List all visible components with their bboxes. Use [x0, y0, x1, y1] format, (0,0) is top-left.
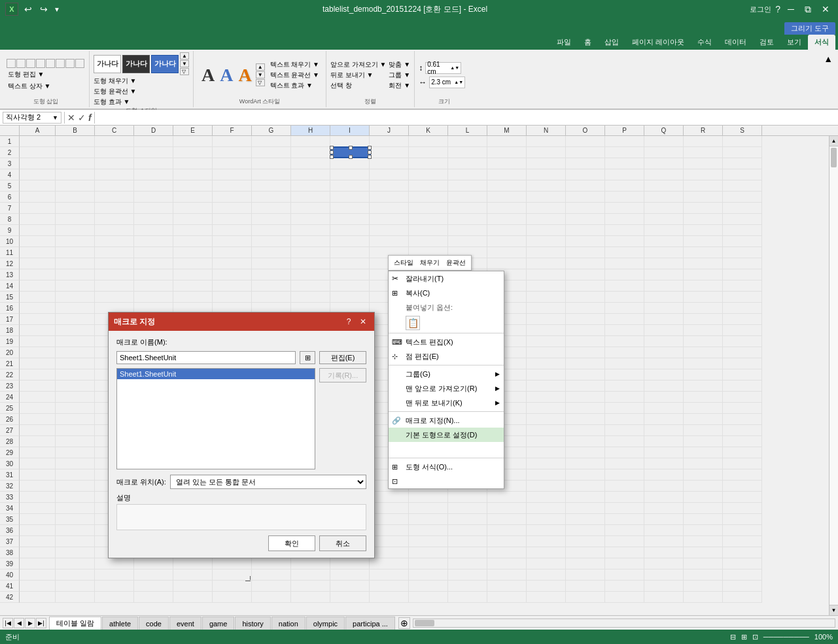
cell-Q33[interactable] — [644, 492, 684, 503]
cell-E11[interactable] — [173, 247, 213, 258]
row-num-16[interactable]: 16 — [0, 303, 20, 314]
cell-F2[interactable] — [213, 147, 252, 158]
sheet-tab-athlete[interactable]: athlete — [102, 617, 138, 630]
group-btn[interactable]: 그룹 ▼ — [389, 71, 410, 80]
cell-N1[interactable] — [527, 136, 566, 147]
wordart-a-orange[interactable]: A — [237, 65, 253, 86]
cell-R42[interactable] — [684, 592, 723, 603]
cell-N29[interactable] — [527, 447, 566, 458]
view-pagebreak-btn[interactable]: ⊞ — [741, 633, 747, 641]
row-num-4[interactable]: 4 — [0, 169, 20, 180]
cell-Q30[interactable] — [644, 458, 684, 469]
cell-P35[interactable] — [605, 514, 644, 525]
cell-L38[interactable] — [448, 547, 487, 558]
cell-Q24[interactable] — [644, 392, 684, 403]
cell-I5[interactable] — [330, 180, 370, 192]
cell-O17[interactable] — [566, 314, 605, 325]
add-sheet-btn[interactable]: ⊕ — [398, 617, 410, 629]
cell-N9[interactable] — [527, 225, 566, 236]
cell-P28[interactable] — [605, 436, 644, 447]
minimize-btn[interactable]: ─ — [784, 3, 797, 16]
cell-N7[interactable] — [527, 203, 566, 214]
macro-browse-btn[interactable]: ⊞ — [300, 351, 315, 364]
mini-style-btn[interactable]: 스타일 — [392, 258, 415, 268]
cell-B12[interactable] — [56, 258, 95, 269]
cell-S9[interactable] — [723, 225, 762, 236]
cell-P37[interactable] — [605, 536, 644, 547]
cell-A29[interactable] — [20, 447, 56, 458]
cell-N8[interactable] — [527, 214, 566, 225]
cell-A7[interactable] — [20, 203, 56, 214]
cell-S32[interactable] — [723, 481, 762, 492]
cell-S8[interactable] — [723, 214, 762, 225]
row-num-5[interactable]: 5 — [0, 180, 20, 192]
tab-review[interactable]: 검토 — [753, 35, 780, 50]
cell-O12[interactable] — [566, 258, 605, 269]
sheet-tab-olympic[interactable]: olympic — [306, 617, 345, 630]
cell-A13[interactable] — [20, 269, 56, 280]
cell-M42[interactable] — [487, 592, 527, 603]
cell-P20[interactable] — [605, 347, 644, 358]
cell-A6[interactable] — [20, 192, 56, 203]
row-num-13[interactable]: 13 — [0, 269, 20, 280]
cell-M11[interactable] — [487, 247, 527, 258]
row-num-18[interactable]: 18 — [0, 325, 20, 336]
cell-P27[interactable] — [605, 425, 644, 436]
cell-D10[interactable] — [134, 236, 173, 247]
wordart-scroll-down[interactable]: ▼ — [256, 71, 265, 78]
cell-J2[interactable] — [370, 147, 409, 158]
shape-tool-rect[interactable] — [7, 59, 16, 68]
col-header-n[interactable]: N — [527, 126, 566, 135]
cell-D7[interactable] — [134, 203, 173, 214]
row-num-12[interactable]: 12 — [0, 258, 20, 269]
col-header-g[interactable]: G — [252, 126, 291, 135]
cell-H39[interactable] — [291, 558, 330, 569]
row-num-27[interactable]: 27 — [0, 425, 20, 436]
cell-P36[interactable] — [605, 525, 644, 536]
cell-N22[interactable] — [527, 369, 566, 381]
text-effect-btn[interactable]: 텍스트 효과 ▼ — [270, 81, 319, 90]
cell-B36[interactable] — [56, 525, 95, 536]
cell-B10[interactable] — [56, 236, 95, 247]
cell-O9[interactable] — [566, 225, 605, 236]
cell-J34[interactable] — [370, 503, 409, 514]
cell-H11[interactable] — [291, 247, 330, 258]
cell-R1[interactable] — [684, 136, 723, 147]
view-pagelayout-btn[interactable]: ⊡ — [752, 633, 758, 641]
cell-C11[interactable] — [95, 247, 134, 258]
row-num-17[interactable]: 17 — [0, 314, 20, 325]
cell-H9[interactable] — [291, 225, 330, 236]
row-num-41[interactable]: 41 — [0, 581, 20, 592]
sheet-tab-nation[interactable]: nation — [271, 617, 306, 630]
cell-B37[interactable] — [56, 536, 95, 547]
cell-B9[interactable] — [56, 225, 95, 236]
row-num-9[interactable]: 9 — [0, 225, 20, 236]
cell-H12[interactable] — [291, 258, 330, 269]
cell-G11[interactable] — [252, 247, 291, 258]
cell-F13[interactable] — [213, 269, 252, 280]
cell-Q37[interactable] — [644, 536, 684, 547]
cell-P9[interactable] — [605, 225, 644, 236]
cell-R16[interactable] — [684, 303, 723, 314]
cell-J41[interactable] — [370, 581, 409, 592]
row-num-21[interactable]: 21 — [0, 358, 20, 369]
cell-R11[interactable] — [684, 247, 723, 258]
cell-R28[interactable] — [684, 436, 723, 447]
cell-I40[interactable] — [330, 569, 370, 581]
cell-R37[interactable] — [684, 536, 723, 547]
cell-Q28[interactable] — [644, 436, 684, 447]
style-scroll-down[interactable]: ▼ — [180, 60, 189, 67]
cell-R25[interactable] — [684, 403, 723, 414]
cell-H40[interactable] — [291, 569, 330, 581]
cell-N3[interactable] — [527, 158, 566, 169]
cell-F8[interactable] — [213, 214, 252, 225]
cell-S4[interactable] — [723, 169, 762, 180]
cell-N4[interactable] — [527, 169, 566, 180]
mini-outline-btn[interactable]: 윤곽선 — [444, 258, 468, 268]
cell-E8[interactable] — [173, 214, 213, 225]
cell-R32[interactable] — [684, 481, 723, 492]
cell-L4[interactable] — [448, 169, 487, 180]
cell-C14[interactable] — [95, 280, 134, 292]
shape-tool-4[interactable] — [36, 59, 45, 68]
cell-M3[interactable] — [487, 158, 527, 169]
